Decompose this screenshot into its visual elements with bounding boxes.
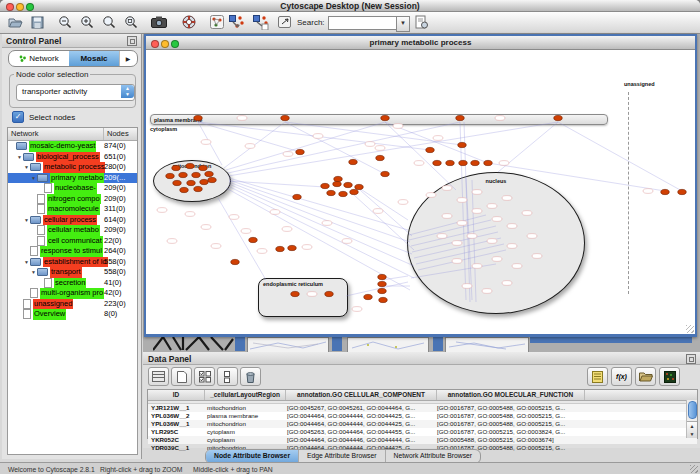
- network-node-selected[interactable]: [456, 115, 464, 120]
- network-node-selected[interactable]: [678, 189, 686, 194]
- network-node-selected[interactable]: [293, 194, 301, 199]
- network-node-selected[interactable]: [249, 237, 257, 242]
- column-header-id[interactable]: ID: [148, 390, 205, 400]
- network-node[interactable]: [270, 210, 280, 215]
- network-node-selected[interactable]: [276, 246, 284, 251]
- network-node[interactable]: [527, 234, 537, 239]
- network-node[interactable]: [467, 234, 477, 239]
- network-node[interactable]: [492, 217, 502, 222]
- network-canvas[interactable]: plasma membrane cytoplasm mitochondrion …: [146, 50, 695, 334]
- network-node[interactable]: [457, 221, 467, 226]
- network-node-selected[interactable]: [458, 142, 466, 147]
- network-node[interactable]: [442, 186, 452, 191]
- window-resize-grip[interactable]: [686, 325, 694, 333]
- network-node-selected[interactable]: [186, 163, 194, 168]
- network-node[interactable]: [352, 307, 362, 312]
- network-node[interactable]: [229, 215, 239, 220]
- network-node[interactable]: [373, 209, 383, 214]
- tree-row[interactable]: ▼biological_process651(0): [8, 152, 137, 163]
- tree-row[interactable]: ▼primary metabo209(...: [8, 173, 137, 184]
- network-node[interactable]: [282, 227, 292, 232]
- network-node[interactable]: [302, 245, 312, 250]
- network-node-selected[interactable]: [333, 181, 341, 186]
- network-node-selected[interactable]: [321, 183, 329, 188]
- network-node-selected[interactable]: [484, 160, 492, 165]
- table-row[interactable]: YJR121W__1mitochondrion[GO:0045267, GO:0…: [148, 404, 697, 412]
- zoom-in-icon[interactable]: [78, 13, 96, 31]
- network-node[interactable]: [499, 161, 509, 166]
- network-node[interactable]: [307, 292, 317, 297]
- network-node[interactable]: [201, 225, 211, 230]
- network-node[interactable]: [398, 200, 408, 205]
- network-node-selected[interactable]: [433, 160, 441, 165]
- tree-row[interactable]: multi-organism pro42(0): [8, 288, 137, 299]
- network-node-selected[interactable]: [344, 182, 352, 187]
- network-node[interactable]: [452, 241, 462, 246]
- network-node-selected[interactable]: [291, 291, 299, 296]
- network-node[interactable]: [487, 239, 497, 244]
- network-node[interactable]: [414, 161, 424, 166]
- network-node[interactable]: [283, 152, 293, 157]
- network-node-selected[interactable]: [200, 179, 208, 184]
- network-node[interactable]: [375, 146, 385, 151]
- network-node-selected[interactable]: [296, 149, 304, 154]
- search-dropdown-arrow[interactable]: ▼: [396, 16, 410, 32]
- network-node-selected[interactable]: [364, 294, 372, 299]
- network-node-selected[interactable]: [355, 184, 363, 189]
- import-attributes-icon[interactable]: [635, 367, 656, 386]
- search-config-icon[interactable]: [412, 13, 430, 31]
- network-node[interactable]: [241, 229, 251, 234]
- tree-row[interactable]: ▼cellular process614(0): [8, 215, 137, 226]
- matrix-icon[interactable]: [659, 367, 680, 386]
- network-node[interactable]: [211, 244, 221, 249]
- zoom-out-icon[interactable]: [56, 13, 74, 31]
- column-header-region[interactable]: _cellularLayoutRegion: [205, 390, 286, 400]
- network-node[interactable]: [201, 140, 211, 145]
- network-node-selected[interactable]: [378, 274, 386, 279]
- column-header-molecular-function[interactable]: annotation.GO MOLECULAR_FUNCTION: [437, 390, 585, 400]
- network-node[interactable]: [472, 190, 482, 195]
- network-node[interactable]: [437, 234, 447, 239]
- search-input[interactable]: [328, 16, 400, 30]
- tree-row[interactable]: Overview8(0): [8, 309, 137, 320]
- tree-row[interactable]: cellular metabo209(0): [8, 225, 137, 236]
- network-icon[interactable]: [208, 13, 226, 31]
- tab-mosaic[interactable]: Mosaic: [69, 51, 119, 66]
- network-node-selected[interactable]: [194, 115, 202, 120]
- float-panel-icon[interactable]: [127, 36, 137, 46]
- zoom-fit-icon[interactable]: [122, 13, 140, 31]
- network-node-selected[interactable]: [381, 115, 389, 120]
- network-node-selected[interactable]: [199, 165, 207, 170]
- create-view-icon[interactable]: [276, 13, 294, 31]
- network-node[interactable]: [322, 221, 332, 226]
- tree-row[interactable]: ▼establishment of lo558(0): [8, 257, 137, 268]
- unselect-attributes-icon[interactable]: [217, 367, 238, 386]
- network-node-selected[interactable]: [378, 288, 386, 293]
- tree-header-nodes[interactable]: Nodes: [104, 128, 137, 140]
- network-node-selected[interactable]: [288, 245, 296, 250]
- network-node[interactable]: [495, 116, 505, 121]
- table-row[interactable]: YPL036W__1mitochondrion[GO:0044464, GO:0…: [148, 420, 697, 428]
- network-node-selected[interactable]: [205, 171, 213, 176]
- new-attribute-icon[interactable]: [171, 367, 192, 386]
- vizmapper-icon[interactable]: [228, 13, 246, 31]
- network-node-selected[interactable]: [426, 147, 434, 152]
- float-panel-icon[interactable]: [686, 354, 696, 364]
- save-icon[interactable]: [28, 13, 46, 31]
- network-node[interactable]: [472, 264, 482, 269]
- network-node[interactable]: [457, 198, 467, 203]
- network-node-selected[interactable]: [208, 177, 216, 182]
- network-node-selected[interactable]: [378, 281, 386, 286]
- network-node-selected[interactable]: [187, 180, 195, 185]
- select-attributes-icon[interactable]: [194, 367, 215, 386]
- network-node-selected[interactable]: [325, 291, 333, 296]
- scrollbar-arrows[interactable]: ▲▼: [687, 421, 697, 438]
- table-row[interactable]: YLR295Ccytoplasm[GO:0045263, GO:0044464,…: [148, 428, 697, 436]
- network-node-selected[interactable]: [180, 187, 188, 192]
- tree-row[interactable]: unassigned223(0): [8, 299, 137, 310]
- tree-row[interactable]: secretion41(0): [8, 278, 137, 289]
- attribute-batch-icon[interactable]: [587, 367, 608, 386]
- network-node[interactable]: [522, 211, 532, 216]
- tree-row[interactable]: nitrogen compo209(0): [8, 194, 137, 205]
- network-node-selected[interactable]: [231, 259, 239, 264]
